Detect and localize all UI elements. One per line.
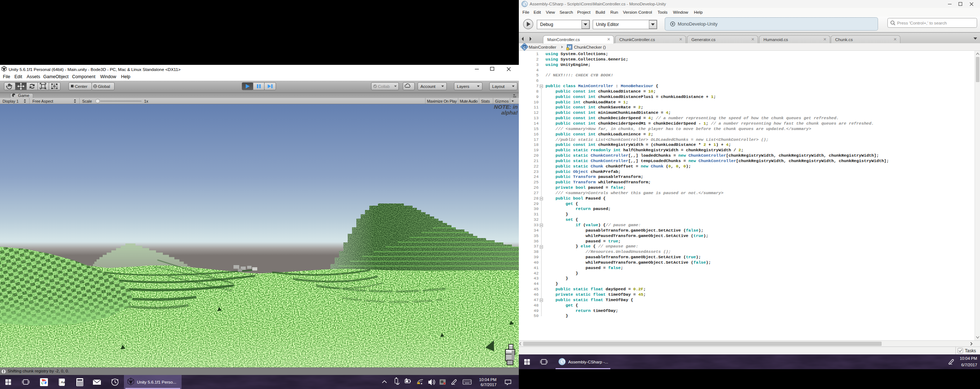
svg-text:Global: Global <box>98 84 110 89</box>
svg-text:10:04 PM: 10:04 PM <box>479 378 496 382</box>
svg-text:1x: 1x <box>144 99 148 103</box>
svg-text:Collab: Collab <box>378 84 390 89</box>
svg-text:6/7/2017: 6/7/2017 <box>961 363 977 367</box>
svg-text:Game: Game <box>18 93 29 98</box>
svg-text:Maximize On Play: Maximize On Play <box>427 99 457 103</box>
svg-text:C: C <box>523 45 526 49</box>
svg-text:Unity 5.6.1f1 Perso...: Unity 5.6.1f1 Perso... <box>137 379 176 384</box>
svg-text:Gizmos: Gizmos <box>495 99 509 103</box>
svg-text:Aa: Aa <box>61 380 65 384</box>
svg-text:10:04 PM: 10:04 PM <box>960 356 977 360</box>
svg-text:Press 'Control+,' to search: Press 'Control+,' to search <box>897 21 947 25</box>
svg-text:Layers: Layers <box>457 84 469 89</box>
svg-text:Center: Center <box>75 84 88 89</box>
svg-text:Account: Account <box>420 84 436 89</box>
svg-text:Stats: Stats <box>481 99 490 103</box>
svg-text:Display 1: Display 1 <box>3 99 18 103</box>
svg-text:Free Aspect: Free Aspect <box>32 99 53 103</box>
svg-text:Assembly-CSharp -...: Assembly-CSharp -... <box>568 359 608 364</box>
svg-text:MainController: MainController <box>529 44 556 49</box>
svg-text:ChunkChecker (): ChunkChecker () <box>574 44 606 49</box>
svg-text:Debug: Debug <box>540 22 553 27</box>
svg-text:alpha!: alpha! <box>501 110 518 116</box>
svg-text:Layout: Layout <box>492 84 505 89</box>
svg-text:Scale: Scale <box>82 99 92 103</box>
svg-text:MonoDevelop-Unity: MonoDevelop-Unity <box>678 22 718 27</box>
svg-text:NOTE: in: NOTE: in <box>494 104 518 110</box>
svg-text:6/7/2017: 6/7/2017 <box>480 383 496 387</box>
svg-text:Unity Editor: Unity Editor <box>596 22 619 27</box>
svg-text:Mute Audio: Mute Audio <box>460 99 478 103</box>
